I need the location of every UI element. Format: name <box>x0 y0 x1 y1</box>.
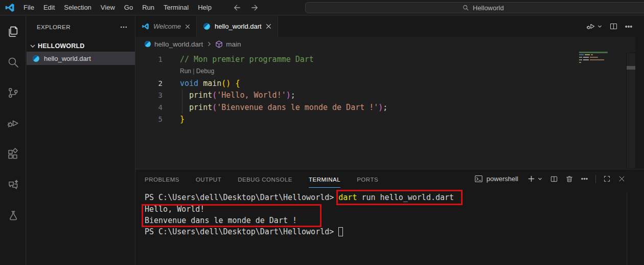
file-hello-world-dart[interactable]: hello_world.dart <box>27 52 135 65</box>
back-arrow-icon[interactable] <box>233 3 242 12</box>
code-token: // Mon premier programme Dart <box>180 55 314 64</box>
folder-helloworld[interactable]: HELLOWORLD <box>27 40 135 52</box>
activity-source-control-icon[interactable] <box>0 77 26 108</box>
codelens-run[interactable]: Run <box>180 68 191 75</box>
menu-file[interactable]: File <box>19 4 39 11</box>
activity-bar <box>0 16 26 265</box>
indent-guide <box>182 90 182 114</box>
activity-chat-icon[interactable] <box>0 169 26 200</box>
editor-tab-bar: Welcome hello_world.dart <box>135 16 644 37</box>
panel-tab-problems[interactable]: PROBLEMS <box>145 172 179 188</box>
code-line-3: 3 print('Hello, World!'); <box>135 90 635 102</box>
vscode-logo-icon <box>5 3 15 13</box>
tab-hello-world-dart[interactable]: hello_world.dart <box>197 16 278 37</box>
code-token: main <box>203 79 221 88</box>
activity-explorer-icon[interactable] <box>0 16 26 47</box>
line-number: 1 <box>135 55 163 63</box>
split-terminal-icon[interactable] <box>550 175 558 183</box>
chevron-right-icon <box>206 41 212 47</box>
panel-tabs: PROBLEMSOUTPUTDEBUG CONSOLETERMINALPORTS <box>145 169 378 188</box>
history-navigation <box>233 3 259 12</box>
line-number: 4 <box>135 103 163 112</box>
explorer-more-actions-icon[interactable] <box>120 23 128 31</box>
codelens-debug[interactable]: Debug <box>196 68 214 75</box>
vscode-logo-icon <box>142 23 149 30</box>
terminal-text: Bienvenue dans le monde de Dart ! <box>145 216 297 225</box>
forward-arrow-icon[interactable] <box>250 3 259 12</box>
maximize-panel-icon[interactable] <box>603 175 611 183</box>
chevron-down-icon <box>597 24 603 29</box>
breadcrumb-symbol[interactable]: main <box>226 40 241 48</box>
terminal-text: run hello_world.dart <box>357 193 454 202</box>
terminal-toolbar: powershell <box>474 174 644 183</box>
editor-right-gutter <box>635 37 644 169</box>
code-token: () <box>221 79 231 88</box>
code-token: ( <box>212 103 217 112</box>
code-token: print <box>189 91 212 100</box>
code-token: ( <box>212 91 217 100</box>
code-token <box>180 103 189 112</box>
new-terminal-button[interactable] <box>527 175 543 183</box>
powershell-terminal-icon <box>474 174 483 183</box>
terminal-instance[interactable]: powershell <box>474 174 518 183</box>
panel-tab-ports[interactable]: PORTS <box>357 172 378 188</box>
terminal-cursor <box>338 227 343 236</box>
close-tab-icon[interactable] <box>266 24 271 29</box>
code-token: } <box>180 115 185 124</box>
breadcrumb-file[interactable]: hello_world.dart <box>154 40 203 48</box>
activity-extensions-icon[interactable] <box>0 139 26 169</box>
vscode-window: FileEditSelectionViewGoRunTerminalHelp H… <box>0 0 644 265</box>
menu-run[interactable]: Run <box>137 4 159 11</box>
dart-file-icon <box>144 40 151 48</box>
folder-name: HELLOWORLD <box>38 42 85 50</box>
command-center-search[interactable]: Helloworld <box>305 2 644 13</box>
activity-testing-icon[interactable] <box>0 200 26 231</box>
terminal-line-2: Hello, World! <box>145 203 454 214</box>
code-line-1: 1// Mon premier programme Dart <box>135 53 635 65</box>
scrollbar-thumb[interactable] <box>627 66 635 70</box>
menu-selection[interactable]: Selection <box>59 4 96 11</box>
terminal-line-1: PS C:\Users\dell\Desktop\Dart\Helloworld… <box>145 192 454 203</box>
menu-edit[interactable]: Edit <box>39 4 59 11</box>
menu-terminal[interactable]: Terminal <box>159 4 193 11</box>
menu-help[interactable]: Help <box>193 4 216 11</box>
symbol-method-icon <box>215 40 223 48</box>
code-token <box>198 79 203 88</box>
menu-view[interactable]: View <box>96 4 120 11</box>
panel-tab-output[interactable]: OUTPUT <box>196 172 221 188</box>
plus-icon <box>527 175 535 183</box>
code-token: 'Bienvenue dans le monde de Dart !' <box>217 103 378 112</box>
editor-scrollbar[interactable] <box>626 53 635 169</box>
activity-search-icon[interactable] <box>0 47 26 77</box>
more-actions-icon[interactable] <box>581 175 588 183</box>
code-text: void main() { <box>163 79 240 88</box>
line-number: 2 <box>135 79 163 87</box>
codelens-separator: | <box>191 68 196 75</box>
code-token <box>180 91 189 100</box>
code-lines: 1// Mon premier programme DartRun | Debu… <box>135 53 635 125</box>
tab-welcome[interactable]: Welcome <box>135 16 197 37</box>
terminal-scrollbar[interactable] <box>627 192 627 265</box>
chevron-down-icon <box>29 42 37 50</box>
code-token: print <box>189 103 212 112</box>
code-token: void <box>180 79 198 88</box>
dart-file-icon <box>32 55 40 62</box>
menu-bar: FileEditSelectionViewGoRunTerminalHelp <box>19 4 216 11</box>
panel-tab-terminal[interactable]: TERMINAL <box>309 172 340 188</box>
minimap[interactable] <box>579 52 615 64</box>
terminal-content[interactable]: PS C:\Users\dell\Desktop\Dart\Helloworld… <box>145 192 454 238</box>
more-actions-icon[interactable] <box>625 23 633 31</box>
activity-run-debug-icon[interactable] <box>0 108 26 139</box>
breadcrumb: hello_world.dart main <box>135 37 635 51</box>
file-name: hello_world.dart <box>44 55 91 62</box>
code-token: { <box>235 79 240 88</box>
close-panel-icon[interactable] <box>618 175 626 183</box>
kill-terminal-trash-icon[interactable] <box>565 175 573 183</box>
menu-go[interactable]: Go <box>120 4 137 11</box>
panel-tab-debug-console[interactable]: DEBUG CONSOLE <box>238 172 292 188</box>
run-or-debug-button[interactable] <box>586 21 603 31</box>
code-line-5: 5} <box>135 114 635 126</box>
split-editor-icon[interactable] <box>609 22 618 31</box>
close-tab-icon[interactable] <box>185 24 190 29</box>
code-editor[interactable]: 1// Mon premier programme DartRun | Debu… <box>135 51 635 169</box>
